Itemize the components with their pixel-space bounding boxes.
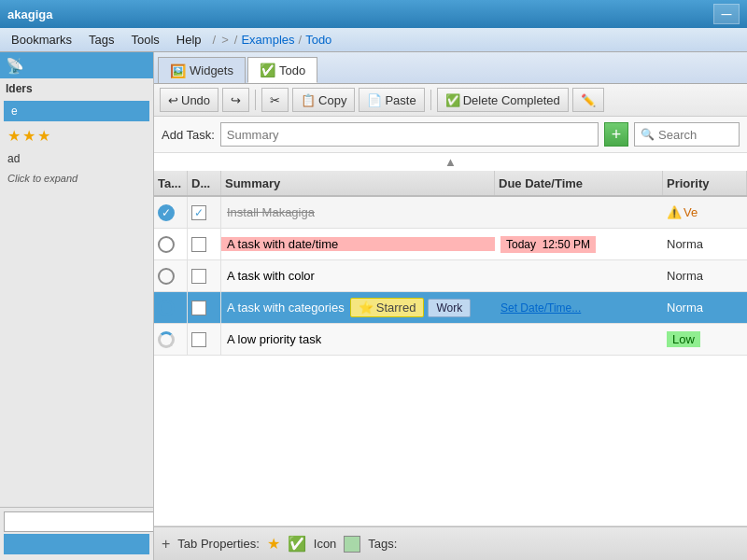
header-priority: Priority [663, 171, 747, 195]
toolbar-sep-2 [430, 90, 431, 110]
bottom-plus-button[interactable]: + [162, 536, 170, 553]
task-checkbox-cell[interactable] [188, 292, 221, 323]
redo-icon: ↪ [231, 93, 241, 107]
add-task-button[interactable]: + [604, 122, 628, 147]
undo-button[interactable]: ↩ Undo [160, 88, 218, 112]
star-tag-icon: ⭐ [359, 301, 374, 315]
bottom-star-icon[interactable]: ★ [267, 535, 280, 553]
task-radio-progress[interactable] [158, 331, 175, 348]
icon-label: Icon [314, 537, 337, 551]
rss-icon: 📡 [6, 57, 24, 75]
sidebar-bottom: ☰ [0, 507, 153, 560]
task-checkbox-checked[interactable]: ✓ [191, 205, 206, 220]
star-3: ★ [37, 127, 50, 145]
widgets-icon: 🖼️ [170, 63, 186, 78]
tag-work[interactable]: Work [428, 299, 471, 317]
header-done: D... [188, 171, 221, 195]
table-row: ✓ ✓ Install Makagiga ⚠️ Ve [154, 197, 747, 229]
task-checkbox-unchecked[interactable] [191, 237, 206, 252]
paste-icon: 📄 [367, 93, 382, 107]
task-summary-cell: A low priority task [221, 332, 495, 346]
task-text: A task with date/time [227, 237, 338, 251]
task-radio-cell[interactable] [154, 324, 188, 355]
task-text: A low priority task [227, 332, 321, 346]
titlebar-controls: — [713, 4, 740, 24]
task-radio-cell[interactable] [154, 260, 188, 291]
summary-tags: ⭐ Starred Work [350, 298, 471, 317]
undo-icon: ↩ [168, 93, 178, 107]
due-date-cell [495, 197, 663, 228]
paste-button[interactable]: 📄 Paste [359, 88, 424, 112]
toolbar-sep-1 [255, 90, 256, 110]
tabs-bar: 🖼️ Widgets ✅ Todo [154, 52, 747, 84]
task-radio-cell[interactable] [154, 292, 188, 323]
task-summary-cell: A task with categories ⭐ Starred Work [221, 298, 495, 317]
edit-button[interactable]: ✏️ [572, 88, 604, 112]
task-checkbox-cell[interactable] [188, 229, 221, 259]
tag-starred[interactable]: ⭐ Starred [350, 298, 425, 317]
bottom-bar: + Tab Properties: ★ ✅ Icon Tags: [154, 526, 747, 560]
tab-properties-label: Tab Properties: [177, 537, 259, 551]
bottom-check-icon: ✅ [288, 535, 306, 553]
sidebar-item-blue[interactable]: e [4, 101, 149, 121]
task-checkbox-unchecked[interactable] [191, 269, 206, 284]
task-radio-empty[interactable] [158, 236, 175, 253]
delete-completed-button[interactable]: ✅ Delete Completed [437, 88, 569, 112]
due-date-cell [495, 324, 663, 355]
task-checkbox-unchecked[interactable] [191, 301, 206, 315]
task-radio-empty[interactable] [158, 268, 175, 285]
header-summary: Summary [221, 171, 495, 195]
sidebar-load-label: ad [0, 148, 153, 169]
color-picker-box[interactable] [344, 536, 360, 553]
search-box: 🔍 [634, 122, 740, 147]
star-2: ★ [22, 127, 35, 145]
menu-tags[interactable]: Tags [81, 31, 121, 49]
task-radio-done[interactable]: ✓ [158, 204, 175, 221]
tab-widgets-label: Widgets [190, 63, 233, 77]
table-row: A task with categories ⭐ Starred Work Se… [154, 292, 747, 324]
cut-button[interactable]: ✂ [261, 88, 289, 112]
content-area: 🖼️ Widgets ✅ Todo ↩ Undo ↪ [154, 52, 747, 560]
copy-button[interactable]: 📋 Copy [292, 88, 355, 112]
task-radio-cell[interactable] [154, 229, 188, 259]
task-summary-cell: Install Makagiga [221, 205, 495, 219]
header-due-date: Due Date/Time [495, 171, 663, 195]
breadcrumb-todo[interactable]: Todo [305, 33, 331, 47]
menubar: Bookmarks Tags Tools Help / > / Examples… [0, 28, 747, 52]
task-checkbox-cell[interactable]: ✓ [188, 197, 221, 228]
todo-icon: ✅ [260, 63, 275, 77]
redo-button[interactable]: ↪ [222, 88, 249, 112]
sidebar-expand[interactable]: Click to expand [0, 169, 153, 188]
task-checkbox-unchecked[interactable] [191, 332, 206, 347]
menu-tools[interactable]: Tools [124, 31, 167, 49]
sidebar-text-input[interactable] [4, 511, 154, 532]
set-date-link[interactable]: Set Date/Time... [500, 301, 581, 315]
star-1: ★ [7, 127, 21, 145]
priority-cell: Norma [663, 260, 747, 291]
task-checkbox-cell[interactable] [188, 260, 221, 291]
menu-sep2: / [233, 33, 240, 47]
tab-todo[interactable]: ✅ Todo [247, 57, 317, 83]
due-date-cell[interactable]: Set Date/Time... [495, 292, 663, 323]
search-input[interactable] [658, 128, 733, 142]
menu-bookmarks[interactable]: Bookmarks [4, 31, 79, 49]
table-header: Ta... D... Summary Due Date/Time Priorit… [154, 171, 747, 197]
minimize-button[interactable]: — [713, 4, 740, 24]
add-task-bar: Add Task: + 🔍 [154, 117, 747, 153]
task-radio-cell[interactable]: ✓ [154, 197, 188, 228]
menu-help[interactable]: Help [169, 31, 209, 49]
sidebar-stars: ★ ★ ★ [0, 123, 153, 148]
add-task-label: Add Task: [162, 128, 215, 142]
add-task-input[interactable] [220, 122, 599, 147]
task-radio-active[interactable] [158, 300, 175, 316]
breadcrumb-examples[interactable]: Examples [241, 33, 294, 47]
tab-widgets[interactable]: 🖼️ Widgets [158, 57, 246, 83]
task-text: A task with categories [227, 301, 345, 315]
task-checkbox-cell[interactable] [188, 324, 221, 355]
due-today: Today 12:50 PM [500, 236, 596, 253]
priority-normal: Norma [667, 269, 703, 283]
starred-label: Starred [376, 301, 416, 315]
priority-low: Low [667, 331, 700, 347]
priority-label: Ve [684, 205, 698, 219]
sidebar-input-row: ☰ [4, 511, 149, 532]
